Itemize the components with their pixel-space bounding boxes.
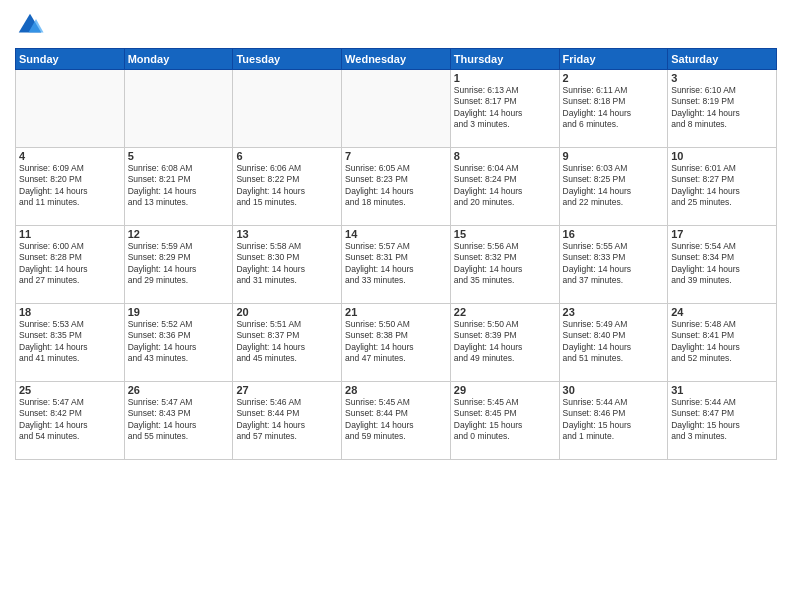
calendar-cell xyxy=(16,70,125,148)
calendar-cell: 7Sunrise: 6:05 AM Sunset: 8:23 PM Daylig… xyxy=(342,148,451,226)
week-row-5: 25Sunrise: 5:47 AM Sunset: 8:42 PM Dayli… xyxy=(16,382,777,460)
calendar-cell: 9Sunrise: 6:03 AM Sunset: 8:25 PM Daylig… xyxy=(559,148,668,226)
day-info: Sunrise: 5:49 AM Sunset: 8:40 PM Dayligh… xyxy=(563,319,665,365)
calendar-cell: 12Sunrise: 5:59 AM Sunset: 8:29 PM Dayli… xyxy=(124,226,233,304)
day-info: Sunrise: 6:04 AM Sunset: 8:24 PM Dayligh… xyxy=(454,163,556,209)
day-info: Sunrise: 5:56 AM Sunset: 8:32 PM Dayligh… xyxy=(454,241,556,287)
day-number: 28 xyxy=(345,384,447,396)
day-number: 27 xyxy=(236,384,338,396)
calendar-cell xyxy=(233,70,342,148)
day-number: 10 xyxy=(671,150,773,162)
day-info: Sunrise: 5:45 AM Sunset: 8:45 PM Dayligh… xyxy=(454,397,556,443)
calendar-cell: 13Sunrise: 5:58 AM Sunset: 8:30 PM Dayli… xyxy=(233,226,342,304)
week-row-4: 18Sunrise: 5:53 AM Sunset: 8:35 PM Dayli… xyxy=(16,304,777,382)
weekday-header-wednesday: Wednesday xyxy=(342,49,451,70)
day-info: Sunrise: 5:55 AM Sunset: 8:33 PM Dayligh… xyxy=(563,241,665,287)
day-number: 29 xyxy=(454,384,556,396)
calendar-cell: 20Sunrise: 5:51 AM Sunset: 8:37 PM Dayli… xyxy=(233,304,342,382)
calendar-cell: 26Sunrise: 5:47 AM Sunset: 8:43 PM Dayli… xyxy=(124,382,233,460)
day-number: 11 xyxy=(19,228,121,240)
day-info: Sunrise: 6:06 AM Sunset: 8:22 PM Dayligh… xyxy=(236,163,338,209)
day-info: Sunrise: 5:51 AM Sunset: 8:37 PM Dayligh… xyxy=(236,319,338,365)
calendar-cell: 29Sunrise: 5:45 AM Sunset: 8:45 PM Dayli… xyxy=(450,382,559,460)
calendar-cell: 11Sunrise: 6:00 AM Sunset: 8:28 PM Dayli… xyxy=(16,226,125,304)
day-info: Sunrise: 6:03 AM Sunset: 8:25 PM Dayligh… xyxy=(563,163,665,209)
day-info: Sunrise: 5:53 AM Sunset: 8:35 PM Dayligh… xyxy=(19,319,121,365)
logo-icon xyxy=(15,10,45,40)
day-info: Sunrise: 5:44 AM Sunset: 8:47 PM Dayligh… xyxy=(671,397,773,443)
day-number: 19 xyxy=(128,306,230,318)
calendar-cell: 25Sunrise: 5:47 AM Sunset: 8:42 PM Dayli… xyxy=(16,382,125,460)
weekday-header-saturday: Saturday xyxy=(668,49,777,70)
day-info: Sunrise: 5:50 AM Sunset: 8:39 PM Dayligh… xyxy=(454,319,556,365)
page: SundayMondayTuesdayWednesdayThursdayFrid… xyxy=(0,0,792,612)
calendar-cell: 14Sunrise: 5:57 AM Sunset: 8:31 PM Dayli… xyxy=(342,226,451,304)
calendar-cell: 3Sunrise: 6:10 AM Sunset: 8:19 PM Daylig… xyxy=(668,70,777,148)
calendar-cell: 22Sunrise: 5:50 AM Sunset: 8:39 PM Dayli… xyxy=(450,304,559,382)
day-number: 8 xyxy=(454,150,556,162)
day-info: Sunrise: 5:47 AM Sunset: 8:43 PM Dayligh… xyxy=(128,397,230,443)
day-info: Sunrise: 5:50 AM Sunset: 8:38 PM Dayligh… xyxy=(345,319,447,365)
day-number: 20 xyxy=(236,306,338,318)
calendar-cell: 23Sunrise: 5:49 AM Sunset: 8:40 PM Dayli… xyxy=(559,304,668,382)
week-row-1: 1Sunrise: 6:13 AM Sunset: 8:17 PM Daylig… xyxy=(16,70,777,148)
calendar-cell xyxy=(124,70,233,148)
day-info: Sunrise: 6:00 AM Sunset: 8:28 PM Dayligh… xyxy=(19,241,121,287)
day-info: Sunrise: 5:59 AM Sunset: 8:29 PM Dayligh… xyxy=(128,241,230,287)
calendar-cell: 27Sunrise: 5:46 AM Sunset: 8:44 PM Dayli… xyxy=(233,382,342,460)
day-info: Sunrise: 6:09 AM Sunset: 8:20 PM Dayligh… xyxy=(19,163,121,209)
header xyxy=(15,10,777,40)
weekday-header-friday: Friday xyxy=(559,49,668,70)
day-number: 9 xyxy=(563,150,665,162)
calendar-cell: 31Sunrise: 5:44 AM Sunset: 8:47 PM Dayli… xyxy=(668,382,777,460)
calendar-table: SundayMondayTuesdayWednesdayThursdayFrid… xyxy=(15,48,777,460)
weekday-header-thursday: Thursday xyxy=(450,49,559,70)
weekday-header-monday: Monday xyxy=(124,49,233,70)
calendar-cell: 21Sunrise: 5:50 AM Sunset: 8:38 PM Dayli… xyxy=(342,304,451,382)
day-info: Sunrise: 5:47 AM Sunset: 8:42 PM Dayligh… xyxy=(19,397,121,443)
day-number: 16 xyxy=(563,228,665,240)
day-number: 14 xyxy=(345,228,447,240)
day-info: Sunrise: 6:01 AM Sunset: 8:27 PM Dayligh… xyxy=(671,163,773,209)
day-number: 26 xyxy=(128,384,230,396)
calendar-cell: 30Sunrise: 5:44 AM Sunset: 8:46 PM Dayli… xyxy=(559,382,668,460)
calendar-cell: 8Sunrise: 6:04 AM Sunset: 8:24 PM Daylig… xyxy=(450,148,559,226)
day-number: 24 xyxy=(671,306,773,318)
week-row-2: 4Sunrise: 6:09 AM Sunset: 8:20 PM Daylig… xyxy=(16,148,777,226)
calendar-cell: 24Sunrise: 5:48 AM Sunset: 8:41 PM Dayli… xyxy=(668,304,777,382)
day-number: 2 xyxy=(563,72,665,84)
day-number: 4 xyxy=(19,150,121,162)
day-info: Sunrise: 6:13 AM Sunset: 8:17 PM Dayligh… xyxy=(454,85,556,131)
day-number: 17 xyxy=(671,228,773,240)
day-info: Sunrise: 5:52 AM Sunset: 8:36 PM Dayligh… xyxy=(128,319,230,365)
day-info: Sunrise: 5:58 AM Sunset: 8:30 PM Dayligh… xyxy=(236,241,338,287)
day-info: Sunrise: 6:05 AM Sunset: 8:23 PM Dayligh… xyxy=(345,163,447,209)
day-number: 5 xyxy=(128,150,230,162)
calendar-cell: 4Sunrise: 6:09 AM Sunset: 8:20 PM Daylig… xyxy=(16,148,125,226)
day-number: 31 xyxy=(671,384,773,396)
day-info: Sunrise: 6:10 AM Sunset: 8:19 PM Dayligh… xyxy=(671,85,773,131)
logo xyxy=(15,10,49,40)
day-info: Sunrise: 5:48 AM Sunset: 8:41 PM Dayligh… xyxy=(671,319,773,365)
day-info: Sunrise: 6:11 AM Sunset: 8:18 PM Dayligh… xyxy=(563,85,665,131)
calendar-cell: 6Sunrise: 6:06 AM Sunset: 8:22 PM Daylig… xyxy=(233,148,342,226)
day-number: 25 xyxy=(19,384,121,396)
calendar-cell: 10Sunrise: 6:01 AM Sunset: 8:27 PM Dayli… xyxy=(668,148,777,226)
day-number: 22 xyxy=(454,306,556,318)
calendar-cell: 15Sunrise: 5:56 AM Sunset: 8:32 PM Dayli… xyxy=(450,226,559,304)
day-number: 13 xyxy=(236,228,338,240)
day-number: 21 xyxy=(345,306,447,318)
calendar-cell: 18Sunrise: 5:53 AM Sunset: 8:35 PM Dayli… xyxy=(16,304,125,382)
day-number: 18 xyxy=(19,306,121,318)
day-info: Sunrise: 5:44 AM Sunset: 8:46 PM Dayligh… xyxy=(563,397,665,443)
day-number: 12 xyxy=(128,228,230,240)
week-row-3: 11Sunrise: 6:00 AM Sunset: 8:28 PM Dayli… xyxy=(16,226,777,304)
weekday-header-row: SundayMondayTuesdayWednesdayThursdayFrid… xyxy=(16,49,777,70)
day-info: Sunrise: 5:45 AM Sunset: 8:44 PM Dayligh… xyxy=(345,397,447,443)
day-number: 23 xyxy=(563,306,665,318)
calendar-cell: 5Sunrise: 6:08 AM Sunset: 8:21 PM Daylig… xyxy=(124,148,233,226)
calendar-cell: 16Sunrise: 5:55 AM Sunset: 8:33 PM Dayli… xyxy=(559,226,668,304)
calendar-cell xyxy=(342,70,451,148)
day-number: 15 xyxy=(454,228,556,240)
calendar-cell: 28Sunrise: 5:45 AM Sunset: 8:44 PM Dayli… xyxy=(342,382,451,460)
